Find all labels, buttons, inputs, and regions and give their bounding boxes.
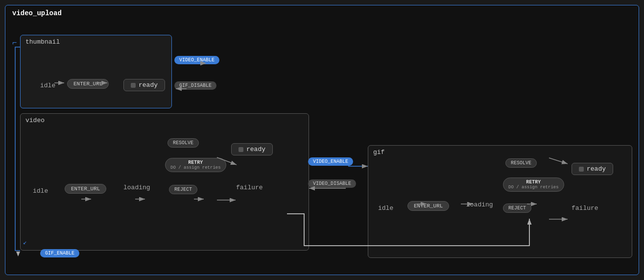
- gif-loading-state: loading: [466, 201, 493, 208]
- video-enter-url-transition: ENTER_URL: [65, 184, 106, 194]
- thumbnail-enter-url-transition: ENTER_URL: [67, 79, 109, 89]
- svg-marker-18: [16, 252, 20, 256]
- thumbnail-box-title: thumbnail: [21, 35, 171, 49]
- video-enable-top-label: VIDEO_ENABLE: [174, 56, 219, 64]
- thumbnail-ready-square-icon: [131, 83, 136, 88]
- gif-failure-state: failure: [572, 204, 598, 212]
- video-disable-mid-label: VIDEO_DISABLE: [308, 179, 356, 188]
- gif-ready-square-icon: [579, 167, 584, 172]
- gif-disable-label: GIF_DISABLE: [174, 81, 216, 90]
- thumbnail-state-machine: thumbnail idle ENTER_URL ready: [20, 35, 172, 108]
- gif-idle-state: idle: [378, 204, 393, 212]
- video-retry-transition: RETRY DO / assign retries: [165, 158, 226, 172]
- video-ready-square-icon: [239, 147, 243, 152]
- video-resolve-transition: RESOLVE: [167, 138, 199, 148]
- gif-retry-transition: RETRY DO / assign retries: [503, 178, 564, 192]
- video-state-machine: video idle ENTER_URL loading ready failu…: [20, 113, 309, 251]
- main-container: video_upload ⌐ thumbnail idle ENTER_URL …: [5, 5, 639, 275]
- video-enable-mid-label: VIDEO_ENABLE: [308, 157, 353, 166]
- gif-box-title: gif: [368, 146, 632, 159]
- video-ready-state: ready: [231, 143, 273, 155]
- gif-state-machine: gif idle ENTER_URL loading ready failure…: [368, 145, 632, 258]
- video-loading-state: loading: [123, 184, 150, 191]
- corner-bracket-icon: ⌐: [12, 39, 17, 48]
- video-idle-state: idle: [33, 187, 48, 195]
- video-box-title: video: [21, 114, 309, 127]
- page-title: video_upload: [12, 9, 62, 17]
- gif-enable-label: GIF_ENABLE: [40, 249, 79, 257]
- video-failure-state: failure: [236, 184, 263, 191]
- thumbnail-ready-state: ready: [123, 79, 165, 91]
- gif-reject-transition: REJECT: [503, 204, 531, 213]
- video-reject-transition: REJECT: [169, 185, 197, 194]
- gif-ready-state: ready: [572, 163, 613, 175]
- gif-enter-url-transition: ENTER_URL: [407, 201, 449, 211]
- thumbnail-idle-state: idle: [40, 82, 55, 89]
- gif-resolve-transition: RESOLVE: [505, 158, 537, 168]
- video-box-corner-icon: ↙: [23, 238, 27, 246]
